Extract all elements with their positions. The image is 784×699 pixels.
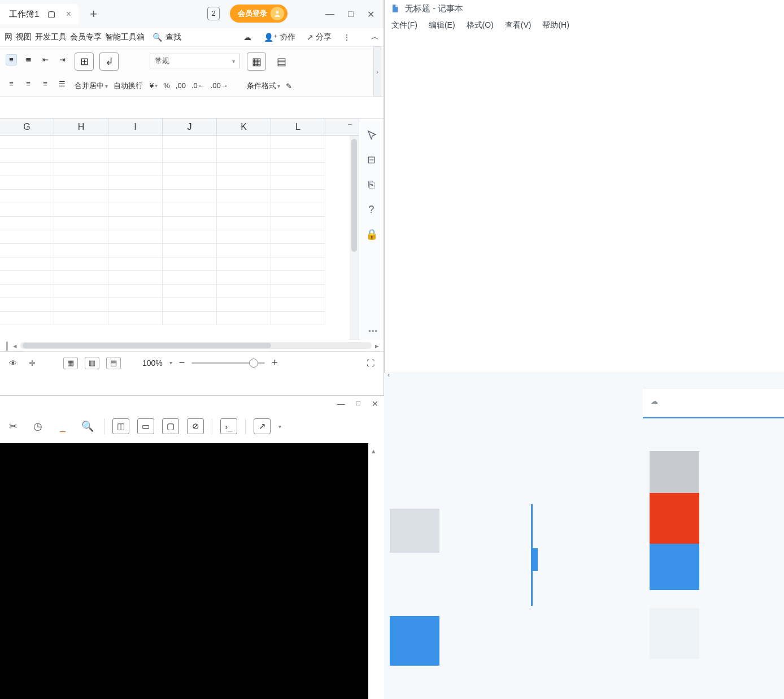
cell[interactable] xyxy=(271,176,325,190)
cell[interactable] xyxy=(54,285,108,298)
cell[interactable] xyxy=(108,176,163,190)
cell[interactable] xyxy=(163,203,217,217)
table-style-icon[interactable]: ▤ xyxy=(272,53,291,71)
document-tab[interactable]: 工作簿1 ▢ × xyxy=(0,4,79,24)
cell[interactable] xyxy=(108,190,163,203)
notification-badge[interactable]: 2 xyxy=(207,7,220,20)
cell[interactable] xyxy=(108,230,163,244)
table-row[interactable] xyxy=(0,203,359,217)
table-row[interactable] xyxy=(0,176,359,190)
cell[interactable] xyxy=(217,285,271,298)
cell[interactable] xyxy=(163,244,217,257)
cell[interactable] xyxy=(54,244,108,257)
notepad-menu-view[interactable]: 查看(V) xyxy=(505,20,532,30)
cursor-icon[interactable] xyxy=(365,129,378,141)
cell[interactable] xyxy=(271,163,325,176)
cell[interactable] xyxy=(108,271,163,285)
cell[interactable] xyxy=(0,298,54,312)
underline-icon[interactable]: _ xyxy=(54,418,71,435)
cell[interactable] xyxy=(54,271,108,285)
merge-center-button[interactable]: 合并居中▾ xyxy=(75,81,108,91)
cloud-outline-icon[interactable]: ☁ xyxy=(651,397,662,408)
currency-button[interactable]: ¥▾ xyxy=(150,81,158,90)
cell[interactable] xyxy=(0,136,54,149)
cell[interactable] xyxy=(271,230,325,244)
scroll-minus-icon[interactable]: − xyxy=(347,120,358,129)
cell[interactable] xyxy=(163,230,217,244)
align-justify-icon[interactable]: ☰ xyxy=(56,78,68,90)
cell[interactable] xyxy=(0,230,54,244)
cond-format-button[interactable]: 条件格式▾ xyxy=(247,81,280,91)
collab-user-icon[interactable]: 👤⁺协作 xyxy=(264,32,295,42)
fullscreen-icon[interactable]: ⛶ xyxy=(364,357,377,369)
cell[interactable] xyxy=(163,257,217,271)
lock-icon[interactable]: 🔒 xyxy=(365,228,378,241)
indent-decrease-icon[interactable]: ⇤ xyxy=(40,54,51,65)
side-more-icon[interactable]: ••• xyxy=(368,327,378,335)
indent-increase-icon[interactable]: ⇥ xyxy=(56,54,68,65)
console-scroll-up-icon[interactable]: ▴ xyxy=(372,447,381,464)
scroll-handle-icon[interactable]: ║ xyxy=(5,342,10,350)
cell[interactable] xyxy=(108,257,163,271)
collapse-left-icon[interactable]: ‹ xyxy=(387,371,390,379)
align-center-icon[interactable]: ≡ xyxy=(23,78,34,90)
cell[interactable] xyxy=(163,298,217,312)
cell[interactable] xyxy=(217,230,271,244)
table-row[interactable] xyxy=(0,190,359,203)
cell[interactable] xyxy=(0,163,54,176)
login-button[interactable]: 会员登录 xyxy=(230,5,288,23)
menu-devtools[interactable]: 开发工具 xyxy=(35,32,67,42)
table-row[interactable] xyxy=(0,217,359,230)
col-header[interactable]: H xyxy=(54,119,108,135)
table-row[interactable] xyxy=(0,271,359,285)
cell[interactable] xyxy=(217,312,271,325)
col-header[interactable]: G xyxy=(0,119,54,135)
number-format-select[interactable]: 常规 ▾ xyxy=(150,54,240,68)
clipboard-icon[interactable]: ⎘ xyxy=(365,178,378,191)
cell[interactable] xyxy=(0,244,54,257)
table-row[interactable] xyxy=(0,285,359,298)
merge-cells-icon[interactable]: ⊞ xyxy=(75,53,94,71)
cell[interactable] xyxy=(54,176,108,190)
cell[interactable] xyxy=(54,136,108,149)
tab-pin-icon[interactable]: ▢ xyxy=(47,10,56,19)
eye-icon[interactable]: 👁 xyxy=(7,357,19,369)
window-close-icon[interactable]: ✕ xyxy=(367,9,374,20)
cell[interactable] xyxy=(271,203,325,217)
expand-icon[interactable]: ↗ xyxy=(254,418,271,434)
more-menu-icon[interactable]: ⋮ xyxy=(343,33,351,42)
align-right-icon[interactable]: ≡ xyxy=(40,78,51,90)
expand-dd-icon[interactable]: ▾ xyxy=(278,423,281,430)
table-row[interactable] xyxy=(0,257,359,271)
menu-smart[interactable]: 智能工具箱 xyxy=(105,32,145,42)
cond-format-icon[interactable]: ▦ xyxy=(247,53,266,71)
cell[interactable] xyxy=(217,190,271,203)
scroll-right-icon[interactable]: ▸ xyxy=(375,342,379,350)
spreadsheet-grid[interactable]: G H I J K L xyxy=(0,119,359,340)
cell[interactable] xyxy=(0,176,54,190)
cell[interactable] xyxy=(54,203,108,217)
cell[interactable] xyxy=(163,163,217,176)
vertical-scrollbar[interactable] xyxy=(350,136,359,340)
view-normal-icon[interactable]: ▦ xyxy=(63,357,78,369)
percent-button[interactable]: % xyxy=(163,81,170,90)
cell[interactable] xyxy=(0,190,54,203)
cell[interactable] xyxy=(271,257,325,271)
cell[interactable] xyxy=(54,217,108,230)
cell[interactable] xyxy=(163,176,217,190)
tab-close-icon[interactable]: × xyxy=(64,10,73,19)
notepad-menu-edit[interactable]: 编辑(E) xyxy=(429,20,455,30)
cell[interactable] xyxy=(163,285,217,298)
terminal-icon[interactable]: ›_ xyxy=(220,418,237,434)
cell[interactable] xyxy=(54,163,108,176)
align-left-icon[interactable]: ≡ xyxy=(6,78,17,90)
zoom-value[interactable]: 100% xyxy=(142,359,163,368)
table-row[interactable] xyxy=(0,244,359,257)
window-minimize-icon[interactable]: — xyxy=(325,9,334,19)
align-top-icon[interactable]: ≡ xyxy=(6,54,17,65)
table-row[interactable] xyxy=(0,312,359,325)
zoom-in-button[interactable]: + xyxy=(272,357,278,369)
cell[interactable] xyxy=(271,312,325,325)
cell[interactable] xyxy=(163,190,217,203)
cell[interactable] xyxy=(54,149,108,163)
